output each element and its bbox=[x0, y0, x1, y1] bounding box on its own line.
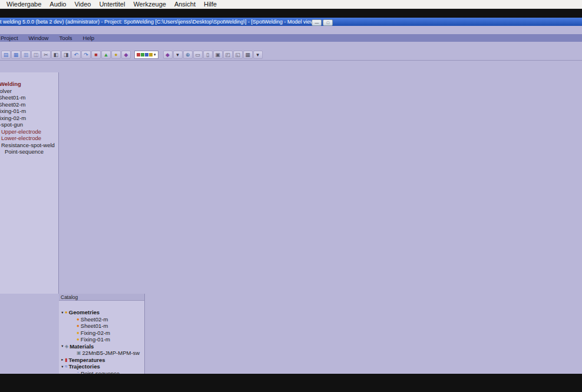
maximize-button[interactable]: □ bbox=[323, 19, 333, 26]
toolbar-icon[interactable]: ▤ bbox=[1, 51, 11, 59]
toolbar-icon[interactable]: ● bbox=[111, 51, 121, 59]
catalog-tree-item[interactable]: ● Fixing-01-m bbox=[59, 336, 144, 343]
catalog-item-icon: ◈ bbox=[65, 344, 68, 349]
toolbar-icon[interactable]: ◧ bbox=[51, 51, 61, 59]
catalog-tree-item[interactable]: ● Sheet01-m bbox=[59, 323, 144, 330]
window-title: Spot welding 5.0.0 (beta 2 dev) (adminis… bbox=[0, 19, 315, 25]
toolbar-icon[interactable]: ↷ bbox=[81, 51, 91, 59]
toolbar-icon[interactable]: ↶ bbox=[71, 51, 81, 59]
catalog-tree-item[interactable]: ▣ 22MnB5-JMP-MPM-sw bbox=[59, 350, 144, 357]
catalog-item-label: 22MnB5-JMP-MPM-sw bbox=[82, 350, 140, 356]
window-buttons: — □ bbox=[312, 19, 333, 26]
app-menu-item[interactable]: Project bbox=[0, 35, 24, 41]
catalog-panel-header: Catalog bbox=[59, 294, 144, 301]
toolbar-icon[interactable]: ▥ bbox=[21, 51, 31, 59]
color-swatch-icon bbox=[137, 53, 140, 57]
video-area: Spot welding 5.0.0 (beta 2 dev) (adminis… bbox=[0, 18, 582, 374]
app-menubar: ProjectWindowToolsHelp bbox=[0, 34, 582, 42]
catalog-item-icon: ● bbox=[77, 337, 80, 342]
tree-expander-icon[interactable]: ▸ bbox=[60, 357, 65, 362]
toolbar-icon[interactable]: ▾ bbox=[173, 51, 183, 59]
player-menu-item[interactable]: Untertitel bbox=[95, 1, 129, 8]
tree-expander-icon[interactable]: ▾ bbox=[60, 364, 65, 369]
toolbar-icon[interactable]: ◱ bbox=[233, 51, 243, 59]
catalog-item-icon: ≈ bbox=[65, 364, 67, 369]
toolbar-icon[interactable]: ◫ bbox=[31, 51, 41, 59]
toolbar-icon[interactable]: ◨ bbox=[61, 51, 71, 59]
toolbar-icon[interactable]: ▦ bbox=[243, 51, 253, 59]
color-swatch-icon bbox=[149, 53, 153, 57]
player-menu-item[interactable]: Hilfe bbox=[200, 1, 221, 8]
catalog-item-label: Temperatures bbox=[68, 357, 105, 363]
project-tree-item[interactable]: Sheet02-m bbox=[0, 101, 58, 108]
catalog-item-label: Trajectories bbox=[68, 363, 100, 370]
catalog-item-label: Materials bbox=[70, 343, 94, 350]
dropdown-arrow-icon: ▾ bbox=[154, 52, 156, 57]
tree-expander-icon[interactable]: ▾ bbox=[60, 344, 65, 348]
app-toolbar: ▤▦▥◫✂◧◨↶↷■▲●◆ ▾ ◆▾⊕▭▯▣◰◱▦▾ bbox=[0, 49, 582, 61]
catalog-tree-item[interactable]: ● Fixing-02-m bbox=[59, 330, 144, 337]
toolbar-icon[interactable]: ◆ bbox=[163, 51, 173, 59]
catalog-item-label: Geometries bbox=[69, 309, 100, 315]
player-menu-item[interactable]: Audio bbox=[45, 1, 70, 8]
toolbar-icon[interactable]: ◰ bbox=[223, 51, 233, 59]
catalog-item-icon: ∴ bbox=[77, 371, 80, 374]
player-menu-item[interactable]: Ansicht bbox=[170, 1, 200, 8]
catalog-tree-item[interactable]: ▾ ≈ Trajectories bbox=[59, 363, 144, 370]
catalog-item-label: Fixing-02-m bbox=[81, 330, 110, 336]
catalog-item-icon: ● bbox=[77, 317, 80, 322]
toolbar-icon[interactable]: ▾ bbox=[253, 51, 263, 59]
toolbar-icon[interactable]: ▯ bbox=[203, 51, 213, 59]
app-menu-item[interactable]: Tools bbox=[54, 35, 77, 41]
toolbar-icon[interactable]: ✂ bbox=[41, 51, 51, 59]
player-menu-item[interactable]: Video bbox=[70, 1, 95, 8]
player-menu-item[interactable]: Werkzeuge bbox=[129, 1, 170, 8]
project-tree-panel: WeldingSolverSheet01-mSheet02-mFixing-01… bbox=[0, 72, 59, 294]
catalog-tree-item[interactable]: ▾ ● Geometries bbox=[59, 309, 144, 316]
catalog-item-icon: ● bbox=[77, 323, 80, 328]
project-tree-item[interactable]: Fixing-02-m bbox=[0, 115, 58, 122]
toolbar-icon[interactable]: ⊕ bbox=[183, 51, 193, 59]
player-menu-item[interactable]: Wiedergabe bbox=[2, 1, 45, 8]
catalog-tree-item[interactable]: ∴ Point-sequence bbox=[59, 370, 144, 374]
app-menu-item[interactable]: Window bbox=[24, 35, 54, 41]
catalog-item-icon: ▮ bbox=[65, 357, 67, 363]
project-tree-item[interactable]: Resistance-spot-weld bbox=[1, 142, 58, 149]
color-swatch-icon bbox=[145, 53, 148, 57]
minimize-button[interactable]: — bbox=[312, 19, 322, 26]
screen: WiedergabeAudioVideoUntertitelWerkzeugeA… bbox=[0, 0, 582, 392]
toolbar-icon[interactable]: ◆ bbox=[121, 51, 131, 59]
project-tree-item[interactable]: C-spot-gun bbox=[0, 121, 58, 128]
project-tree-item[interactable]: Sheet01-m bbox=[0, 94, 58, 101]
project-tree-item[interactable]: Lower-electrode bbox=[1, 135, 58, 142]
display-style-combo[interactable]: ▾ bbox=[134, 51, 158, 59]
toolbar-icon[interactable]: ▭ bbox=[193, 51, 203, 59]
app-menu-item[interactable]: Help bbox=[78, 35, 100, 41]
catalog-item-label: Point-sequence bbox=[81, 370, 120, 374]
catalog-item-icon: ▣ bbox=[77, 350, 81, 356]
project-tree-item[interactable]: Upper-electrode bbox=[1, 128, 58, 135]
project-tree-item[interactable]: Solver bbox=[0, 88, 58, 95]
project-tree-item[interactable]: Welding bbox=[0, 81, 58, 88]
catalog-tree-item[interactable]: ● Sheet02-m bbox=[59, 316, 144, 323]
catalog-item-label: Sheet02-m bbox=[81, 316, 108, 323]
catalog-item-label: Sheet01-m bbox=[81, 323, 108, 329]
catalog-item-icon: ● bbox=[77, 330, 80, 335]
toolbar-icon[interactable]: ▣ bbox=[213, 51, 223, 59]
catalog-tree: ▾ ● Geometries ● Sheet02-m ● Sheet01-m bbox=[59, 308, 144, 374]
toolbar-icon[interactable]: ■ bbox=[91, 51, 101, 59]
catalog-panel: Catalog ▾ ● Geometries ● Sheet02-m bbox=[59, 294, 145, 374]
catalog-tree-item[interactable]: ▾ ◈ Materials bbox=[59, 343, 144, 350]
color-swatch-icon bbox=[141, 53, 144, 57]
catalog-tree-item[interactable]: ▸ ▮ Temperatures bbox=[59, 357, 144, 364]
tree-expander-icon[interactable]: ▾ bbox=[60, 310, 65, 315]
project-tree-item[interactable]: Fixing-01-m bbox=[0, 108, 58, 115]
project-tree-item[interactable]: Point-sequence bbox=[5, 148, 58, 155]
app-titlebar[interactable]: Spot welding 5.0.0 (beta 2 dev) (adminis… bbox=[0, 18, 582, 26]
toolbar-icon[interactable]: ▲ bbox=[101, 51, 111, 59]
catalog-item-icon: ● bbox=[65, 310, 68, 315]
catalog-item-label: Fixing-01-m bbox=[81, 336, 110, 343]
player-menubar: WiedergabeAudioVideoUntertitelWerkzeugeA… bbox=[0, 0, 582, 9]
toolbar-icon[interactable]: ▦ bbox=[11, 51, 21, 59]
